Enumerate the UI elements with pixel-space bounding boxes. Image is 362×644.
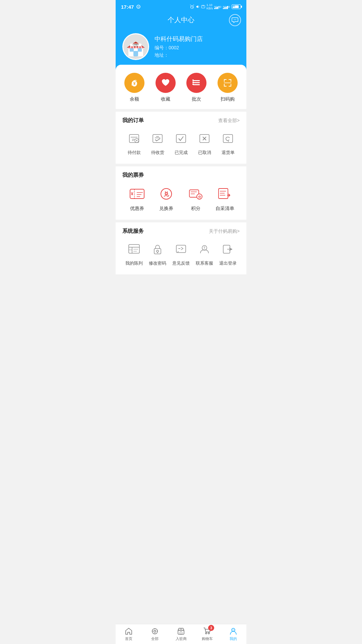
coupon-item[interactable]: ¥ 优惠券 xyxy=(124,185,150,212)
sim-icon: ② xyxy=(136,4,141,9)
balance-label: 余额 xyxy=(130,96,139,102)
system-title: 系统服务 xyxy=(122,228,144,235)
svg-rect-60 xyxy=(223,135,233,143)
svg-rect-47 xyxy=(231,79,231,82)
balance-action[interactable]: ¥ 余额 xyxy=(121,73,148,102)
change-pwd-label: 修改密码 xyxy=(149,260,166,266)
svg-text:¥: ¥ xyxy=(133,81,136,86)
nav-home-label: 首页 xyxy=(125,636,132,641)
cancelled-icon xyxy=(197,131,212,146)
nav-merchant-label: 入驻商 xyxy=(176,636,187,641)
scan-action[interactable]: 扫码购 xyxy=(214,73,241,102)
nav-mine-label: 我的 xyxy=(230,636,237,641)
status-time: 17:47 xyxy=(121,4,134,10)
logout-item[interactable]: 退出登录 xyxy=(216,241,240,266)
nav-mine[interactable]: 我的 xyxy=(222,626,245,643)
vouchers-title: 我的票券 xyxy=(122,172,144,179)
purchase-list-label: 自采清单 xyxy=(216,206,234,212)
shop-name: 中科什码易购门店 xyxy=(155,35,240,43)
contact-item[interactable]: 联系客服 xyxy=(193,241,216,266)
order-pending-receive[interactable]: 待收货 xyxy=(146,131,169,156)
nav-all[interactable]: 全部 xyxy=(143,626,167,643)
svg-line-6 xyxy=(193,5,194,5)
svg-text:¥: ¥ xyxy=(131,192,133,196)
pending-pay-label: 待付款 xyxy=(128,150,141,156)
return-icon xyxy=(220,131,236,146)
return-label: 退货单 xyxy=(222,150,235,156)
cart-badge: 3 xyxy=(208,625,214,631)
status-bar: 17:47 ② 1.10KB/s 5G HD xyxy=(116,0,246,12)
svg-rect-38 xyxy=(193,80,200,81)
order-cancelled[interactable]: 已取消 xyxy=(193,131,216,156)
page-title: 个人中心 xyxy=(168,15,194,24)
bottom-nav: 首页 全部 入驻商 xyxy=(116,624,246,644)
display-item[interactable]: 我的陈列 xyxy=(122,241,146,266)
shop-address: 地址： xyxy=(155,52,240,58)
volume-icon xyxy=(196,5,200,9)
svg-rect-15 xyxy=(224,7,225,9)
order-return[interactable]: 退货单 xyxy=(216,131,240,156)
svg-rect-26 xyxy=(133,51,138,56)
cart-icon-wrap: 3 xyxy=(203,627,212,636)
system-header: 系统服务 关于什蚂易购> xyxy=(122,228,240,235)
order-items-list: 待付款 待收货 xyxy=(122,129,240,158)
heart-icon xyxy=(161,78,171,88)
svg-rect-12 xyxy=(218,6,219,9)
favorite-action[interactable]: 收藏 xyxy=(152,73,179,102)
vouchers-header: 我的票券 xyxy=(122,172,240,179)
scan-label: 扫码购 xyxy=(221,96,235,102)
home-icon xyxy=(124,627,133,636)
points-item[interactable]: 分 积分 xyxy=(182,185,209,212)
display-label: 我的陈列 xyxy=(125,260,143,266)
all-icon xyxy=(150,627,159,636)
logout-label: 退出登录 xyxy=(219,260,237,266)
mine-icon xyxy=(229,627,238,636)
system-section: 系统服务 关于什蚂易购> 我的陈列 xyxy=(116,222,246,274)
svg-rect-55 xyxy=(153,135,162,143)
svg-rect-39 xyxy=(193,82,200,83)
purchase-list-icon xyxy=(217,185,233,202)
divider-1 xyxy=(116,164,246,166)
svg-rect-45 xyxy=(224,79,225,82)
svg-rect-87 xyxy=(176,245,186,253)
nav-cart[interactable]: 3 购物车 xyxy=(195,626,219,643)
order-completed[interactable]: 已完成 xyxy=(169,131,193,156)
svg-point-89 xyxy=(204,247,205,248)
divider-2 xyxy=(116,220,246,222)
chat-button[interactable] xyxy=(229,14,241,26)
exchange-icon: 兑 xyxy=(158,185,175,202)
exchange-item[interactable]: 兑 兑换券 xyxy=(153,185,180,212)
scan-icon xyxy=(223,78,233,88)
orders-more[interactable]: 查看全部> xyxy=(218,118,240,124)
svg-point-19 xyxy=(235,19,235,20)
nav-merchant[interactable]: 入驻商 xyxy=(169,626,193,643)
profile-info: 中科什码易购门店 编号：0002 地址： xyxy=(155,35,240,58)
points-label: 积分 xyxy=(191,206,200,212)
balance-icon-bg: ¥ xyxy=(124,73,144,93)
svg-text:分: 分 xyxy=(197,195,201,199)
svg-rect-78 xyxy=(129,245,139,253)
nav-home[interactable]: 首页 xyxy=(117,626,140,643)
coupon-label: 优惠券 xyxy=(130,206,144,212)
svg-rect-49 xyxy=(224,84,225,87)
svg-rect-25 xyxy=(138,48,142,52)
svg-rect-11 xyxy=(217,7,218,9)
svg-rect-14 xyxy=(223,8,224,9)
svg-rect-74 xyxy=(219,189,228,199)
svg-point-93 xyxy=(154,630,156,632)
exchange-label: 兑换券 xyxy=(159,206,173,212)
svg-rect-42 xyxy=(192,82,194,83)
order-pending-pay[interactable]: 待付款 xyxy=(122,131,146,156)
nav-all-label: 全部 xyxy=(151,636,159,641)
contact-icon xyxy=(197,241,212,257)
batch-action[interactable]: 批次 xyxy=(183,73,210,102)
purchase-list-item[interactable]: 自采清单 xyxy=(212,185,238,212)
svg-line-4 xyxy=(192,7,193,7)
system-more[interactable]: 关于什蚂易购> xyxy=(209,228,240,234)
feedback-item[interactable]: 意见反馈 xyxy=(169,241,193,266)
change-pwd-item[interactable]: 修改密码 xyxy=(146,241,169,266)
logout-icon xyxy=(220,241,236,257)
svg-text:②: ② xyxy=(137,6,139,8)
pending-receive-icon xyxy=(150,131,165,146)
page-header: 个人中心 xyxy=(116,12,246,30)
